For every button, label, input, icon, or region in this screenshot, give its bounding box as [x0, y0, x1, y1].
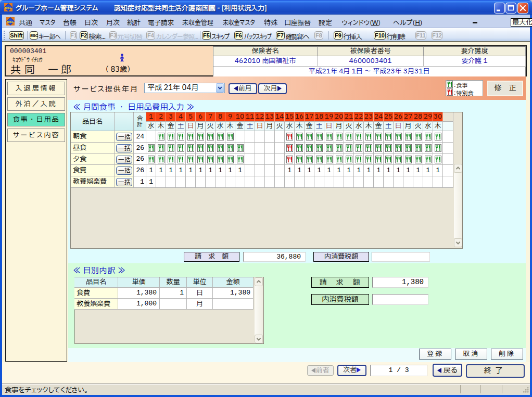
- svg-text:MSC: MSC: [7, 20, 14, 23]
- svg-text:MSC: MSC: [5, 6, 12, 9]
